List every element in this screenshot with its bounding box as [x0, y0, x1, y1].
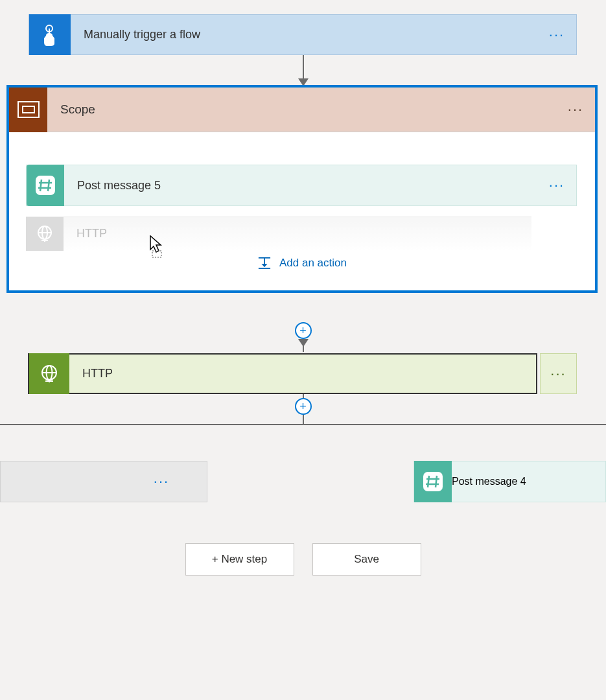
- svg-rect-2: [18, 102, 39, 117]
- http-menu-button[interactable]: ···: [540, 353, 577, 394]
- scope-container[interactable]: Scope ··· Post message 5 ···: [6, 85, 598, 293]
- scope-label: Scope: [47, 102, 556, 117]
- svg-rect-4: [36, 176, 55, 195]
- post-message-4-label: Post message 4: [452, 476, 526, 487]
- scope-header[interactable]: Scope ···: [9, 88, 595, 132]
- http-card[interactable]: HTTP: [28, 353, 537, 394]
- scope-icon: [9, 88, 47, 132]
- arrow-icon: [298, 339, 309, 347]
- trigger-menu-button[interactable]: ···: [537, 27, 576, 43]
- svg-rect-23: [423, 472, 443, 491]
- globe-icon: [26, 217, 64, 251]
- svg-marker-16: [261, 264, 267, 267]
- trigger-card[interactable]: Manually trigger a flow ···: [29, 14, 577, 55]
- http-ghost-label: HTTP: [64, 227, 531, 240]
- new-step-button[interactable]: + New step: [185, 543, 294, 576]
- insert-step-button[interactable]: +: [295, 322, 312, 339]
- post-message-5-menu-button[interactable]: ···: [537, 177, 576, 194]
- globe-icon: [29, 353, 69, 394]
- scope-menu-button[interactable]: ···: [556, 101, 595, 118]
- http-drop-placeholder: HTTP: [26, 216, 531, 250]
- insert-step-button[interactable]: +: [295, 398, 312, 415]
- branch-connector-line: [0, 424, 606, 425]
- scope-body: Post message 5 ··· HTTP: [9, 132, 595, 290]
- http-label: HTTP: [69, 367, 536, 380]
- trigger-label: Manually trigger a flow: [71, 28, 537, 41]
- post-message-5-label: Post message 5: [64, 179, 537, 192]
- add-action-button[interactable]: Add an action: [26, 250, 578, 272]
- svg-rect-3: [23, 106, 34, 113]
- hash-icon: [414, 461, 452, 502]
- add-action-label: Add an action: [279, 257, 347, 270]
- insert-icon: [257, 257, 272, 270]
- post-message-5-card[interactable]: Post message 5 ···: [26, 165, 577, 206]
- branch-left-menu-button[interactable]: ···: [142, 473, 181, 490]
- hash-icon: [27, 165, 64, 206]
- save-button[interactable]: Save: [312, 543, 421, 576]
- manual-trigger-icon: [29, 14, 71, 55]
- post-message-4-card[interactable]: Post message 4: [414, 461, 606, 502]
- bottom-toolbar: + New step Save: [0, 543, 606, 576]
- flow-designer-canvas: Manually trigger a flow ··· Scope ···: [0, 0, 606, 700]
- condition-branch-left[interactable]: ···: [0, 461, 207, 502]
